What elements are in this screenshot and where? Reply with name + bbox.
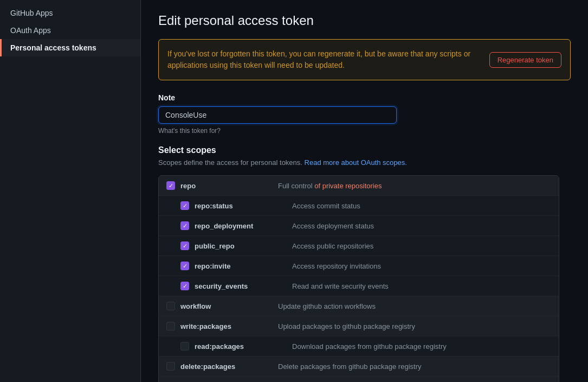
scope-checkbox-delete-packages[interactable] [166, 362, 175, 371]
scopes-title: Select scopes [158, 145, 571, 155]
scope-checkbox-repo-invite[interactable]: ✓ [180, 262, 189, 270]
scope-checkbox-workflow[interactable] [166, 302, 175, 310]
scope-desc-repo-invite: Access repository invitations [292, 262, 381, 270]
regenerate-token-button[interactable]: Regenerate token [489, 52, 561, 68]
scope-desc-delete-packages: Delete packages from github package regi… [278, 362, 421, 371]
scope-row-delete-packages: delete:packages Delete packages from git… [159, 356, 559, 377]
scope-row-write-packages: write:packages Upload packages to github… [159, 316, 559, 336]
scope-checkbox-repo-status[interactable]: ✓ [180, 201, 189, 210]
scope-row-admin-org: admin:org Full control of orgs and teams… [159, 377, 559, 382]
scope-name-read-packages: read:packages [195, 342, 281, 351]
scope-row-read-packages: read:packages Download packages from git… [159, 336, 559, 356]
warning-box: If you've lost or forgotten this token, … [158, 39, 571, 80]
scope-name-write-packages: write:packages [180, 322, 267, 330]
scope-name-delete-packages: delete:packages [180, 362, 267, 371]
scope-desc-security-events: Read and write security events [292, 282, 389, 290]
scope-row-repo-deployment: ✓ repo_deployment Access deployment stat… [159, 216, 559, 236]
note-label: Note [158, 93, 571, 102]
warning-text: If you've lost or forgotten this token, … [167, 48, 481, 71]
scope-desc-read-packages: Download packages from github package re… [292, 342, 447, 351]
sidebar-item-oauth-apps[interactable]: OAuth Apps [0, 22, 140, 39]
scope-name-repo: repo [180, 182, 267, 190]
scope-name-repo-deployment: repo_deployment [195, 222, 281, 230]
scope-row-repo: ✓ repo Full control of private repositor… [159, 176, 559, 196]
scope-name-security-events: security_events [195, 282, 281, 290]
note-form-group: Note What's this token for? [158, 93, 571, 135]
scope-checkbox-public-repo[interactable]: ✓ [180, 241, 189, 250]
scope-desc-repo: Full control of private repositories [278, 182, 382, 190]
scope-checkbox-repo-deployment[interactable]: ✓ [180, 221, 189, 230]
scope-checkbox-read-packages[interactable] [180, 342, 189, 351]
scope-name-public-repo: public_repo [195, 242, 281, 250]
scope-desc-repo-deployment: Access deployment status [292, 222, 374, 230]
scope-desc-workflow: Update github action workflows [278, 302, 376, 310]
oauth-scopes-link[interactable]: Read more about OAuth scopes. [305, 158, 407, 167]
scope-row-security-events: ✓ security_events Read and write securit… [159, 276, 559, 296]
scope-checkbox-security-events[interactable]: ✓ [180, 282, 189, 290]
main-content: Edit personal access token If you've los… [141, 0, 588, 382]
note-input[interactable] [158, 106, 397, 124]
scope-row-workflow: workflow Update github action workflows [159, 296, 559, 316]
scope-name-workflow: workflow [180, 302, 267, 310]
scopes-form-group: Select scopes Scopes define the access f… [158, 145, 571, 382]
scope-name-repo-status: repo:status [195, 202, 281, 210]
scope-desc-public-repo: Access public repositories [292, 242, 373, 250]
scope-row-public-repo: ✓ public_repo Access public repositories [159, 236, 559, 256]
scope-checkbox-write-packages[interactable] [166, 322, 175, 330]
sidebar: GitHub Apps OAuth Apps Personal access t… [0, 0, 141, 382]
note-hint: What's this token for? [158, 127, 571, 135]
page-title: Edit personal access token [158, 13, 571, 28]
scope-name-repo-invite: repo:invite [195, 262, 281, 270]
scopes-table: ✓ repo Full control of private repositor… [158, 175, 559, 382]
sidebar-item-personal-access-tokens[interactable]: Personal access tokens [0, 39, 140, 56]
scope-row-repo-invite: ✓ repo:invite Access repository invitati… [159, 256, 559, 276]
scope-desc-repo-status: Access commit status [292, 202, 360, 210]
sidebar-item-github-apps[interactable]: GitHub Apps [0, 4, 140, 22]
scope-desc-write-packages: Upload packages to github package regist… [278, 322, 415, 330]
scope-row-repo-status: ✓ repo:status Access commit status [159, 196, 559, 216]
scopes-desc: Scopes define the access for personal to… [158, 158, 571, 167]
scope-checkbox-repo[interactable]: ✓ [166, 181, 175, 190]
